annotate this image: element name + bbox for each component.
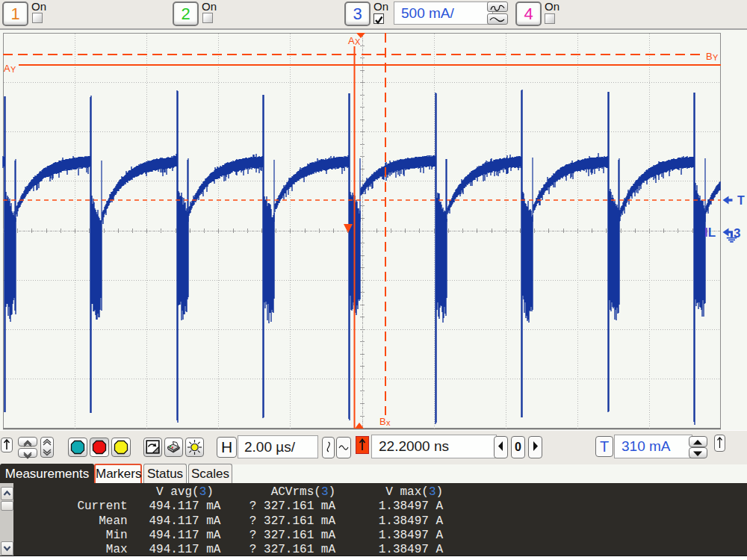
svg-text:x: x (386, 418, 391, 427)
svg-text:Y: Y (10, 65, 16, 74)
svg-text:X: X (355, 37, 361, 46)
svg-text:T: T (737, 194, 745, 207)
svg-text:B: B (379, 416, 386, 427)
svg-text:3: 3 (734, 226, 740, 240)
svg-text:A: A (348, 35, 355, 46)
svg-text:B: B (706, 51, 713, 62)
svg-text:IL: IL (704, 225, 716, 240)
svg-text:Y: Y (713, 53, 719, 62)
svg-text:A: A (4, 63, 10, 74)
